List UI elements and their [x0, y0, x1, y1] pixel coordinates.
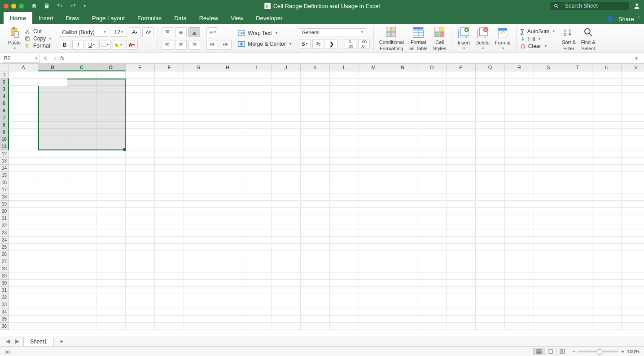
fill-color-button[interactable]: ▾ — [113, 40, 124, 50]
row-header-22[interactable]: 22 — [0, 222, 9, 229]
tab-view[interactable]: View — [224, 12, 250, 24]
page-layout-view-button[interactable] — [545, 348, 556, 355]
tab-insert[interactable]: Insert — [32, 12, 60, 24]
zoom-in-button[interactable]: + — [621, 349, 624, 354]
format-cells-button[interactable]: Format▾ — [493, 26, 513, 50]
col-header-T[interactable]: T — [563, 64, 592, 71]
tab-draw[interactable]: Draw — [60, 12, 86, 24]
merge-center-button[interactable]: Merge & Center▾ — [238, 41, 291, 47]
decrease-indent-button[interactable] — [206, 40, 218, 50]
row-header-6[interactable]: 6 — [0, 107, 9, 114]
row-headers[interactable]: 1234567891011121314151617181920212223242… — [0, 71, 9, 330]
user-icon[interactable] — [633, 2, 640, 9]
increase-font-button[interactable]: A▴ — [129, 27, 140, 37]
align-right-button[interactable] — [188, 40, 200, 50]
increase-indent-button[interactable] — [220, 40, 232, 50]
row-header-20[interactable]: 20 — [0, 208, 9, 215]
column-headers[interactable]: ABCDEFGHIJKLMNOPQRSTUV — [9, 64, 644, 71]
row-header-19[interactable]: 19 — [0, 201, 9, 208]
expand-formula-bar-icon[interactable]: ▾ — [635, 55, 642, 62]
row-header-35[interactable]: 35 — [0, 316, 9, 323]
col-header-S[interactable]: S — [534, 64, 563, 71]
row-header-17[interactable]: 17 — [0, 186, 9, 193]
row-header-21[interactable]: 21 — [0, 215, 9, 222]
col-header-V[interactable]: V — [622, 64, 644, 71]
spreadsheet-grid[interactable]: ABCDEFGHIJKLMNOPQRSTUV 12345678910111213… — [0, 64, 644, 333]
col-header-M[interactable]: M — [359, 64, 388, 71]
comma-format-button[interactable]: ❯ — [326, 39, 337, 49]
row-header-9[interactable]: 9 — [0, 129, 9, 136]
col-header-Q[interactable]: Q — [476, 64, 505, 71]
col-header-K[interactable]: K — [301, 64, 330, 71]
row-header-23[interactable]: 23 — [0, 229, 9, 237]
page-break-view-button[interactable] — [556, 348, 568, 355]
row-header-11[interactable]: 11 — [0, 143, 9, 150]
col-header-F[interactable]: F — [155, 64, 184, 71]
row-header-29[interactable]: 29 — [0, 272, 9, 280]
insert-cells-button[interactable]: Insert▾ — [456, 26, 472, 50]
orientation-button[interactable]: ab▾ — [206, 27, 218, 37]
format-as-table-button[interactable]: Formatas Table — [407, 26, 429, 51]
row-header-16[interactable]: 16 — [0, 179, 9, 186]
cut-button[interactable]: Cut — [24, 28, 51, 35]
align-top-button[interactable] — [162, 27, 173, 37]
share-button[interactable]: 👤+ Share — [606, 16, 634, 22]
bold-button[interactable]: B — [59, 40, 70, 50]
close-window[interactable] — [4, 4, 9, 9]
sheet-tab[interactable]: Sheet1 — [23, 337, 54, 346]
font-size-select[interactable]: 12▾ — [110, 28, 127, 37]
save-icon[interactable] — [44, 3, 50, 9]
undo-icon[interactable] — [56, 3, 63, 9]
row-header-34[interactable]: 34 — [0, 308, 9, 316]
align-left-button[interactable] — [162, 40, 173, 50]
row-header-4[interactable]: 4 — [0, 93, 9, 100]
fx-icon[interactable]: fx — [60, 55, 64, 62]
cell-styles-button[interactable]: CellStyles — [431, 26, 448, 51]
name-box[interactable]: B2▾ — [2, 54, 39, 63]
row-header-1[interactable]: 1 — [0, 71, 9, 79]
cancel-formula-icon[interactable]: ✕ — [40, 55, 50, 62]
align-center-button[interactable] — [175, 40, 187, 50]
tab-formulas[interactable]: Formulas — [131, 12, 168, 24]
formula-input[interactable] — [67, 54, 635, 63]
col-header-U[interactable]: U — [592, 64, 622, 71]
normal-view-button[interactable] — [533, 348, 545, 355]
sort-filter-button[interactable]: AZSort &Filter — [560, 26, 578, 51]
row-header-32[interactable]: 32 — [0, 294, 9, 301]
sheet-nav-prev-icon[interactable]: ◀ — [4, 338, 11, 344]
zoom-out-button[interactable]: − — [573, 349, 575, 354]
select-all-corner[interactable] — [0, 64, 9, 71]
col-header-B[interactable]: B — [38, 64, 67, 71]
col-header-A[interactable]: A — [9, 64, 38, 71]
redo-icon[interactable] — [70, 3, 77, 9]
row-header-24[interactable]: 24 — [0, 237, 9, 244]
italic-button[interactable]: I — [72, 40, 84, 50]
row-header-27[interactable]: 27 — [0, 258, 9, 265]
tab-review[interactable]: Review — [193, 12, 225, 24]
delete-cells-button[interactable]: Delete▾ — [473, 26, 491, 50]
minimize-window[interactable] — [11, 4, 16, 9]
row-header-36[interactable]: 36 — [0, 323, 9, 330]
tab-page-layout[interactable]: Page Layout — [86, 12, 131, 24]
home-icon[interactable] — [31, 3, 37, 9]
row-header-7[interactable]: 7 — [0, 114, 9, 122]
tab-developer[interactable]: Developer — [250, 12, 289, 24]
format-painter-button[interactable]: Format — [24, 43, 51, 49]
find-select-button[interactable]: Find &Select — [579, 26, 597, 51]
align-bottom-button[interactable] — [188, 27, 200, 37]
border-button[interactable]: ▾ — [99, 40, 111, 50]
row-header-2[interactable]: 2 — [0, 79, 9, 86]
zoom-level[interactable]: 100% — [627, 349, 640, 354]
tab-data[interactable]: Data — [168, 12, 193, 24]
col-header-J[interactable]: J — [272, 64, 301, 71]
row-header-13[interactable]: 13 — [0, 158, 9, 165]
sheet-nav-next-icon[interactable]: ▶ — [14, 338, 21, 344]
row-header-28[interactable]: 28 — [0, 265, 9, 272]
active-cell[interactable] — [38, 79, 67, 86]
qat-customize[interactable]: ▾ — [84, 4, 86, 8]
row-header-10[interactable]: 10 — [0, 136, 9, 143]
font-family-select[interactable]: Calibri (Body)▾ — [59, 28, 108, 37]
col-header-P[interactable]: P — [447, 64, 476, 71]
decrease-decimal-button[interactable]: .00.0 — [358, 39, 370, 49]
maximize-window[interactable] — [19, 4, 24, 9]
